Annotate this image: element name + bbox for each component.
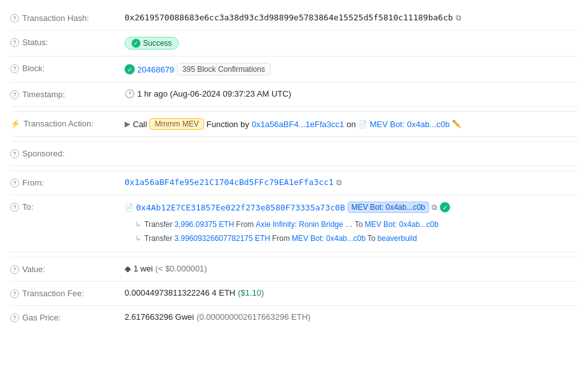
transfer1-source[interactable]: Axie Infinity: Ronin Bridge …: [256, 218, 353, 232]
status-value: Success: [125, 37, 578, 50]
to-copy-icon[interactable]: ⧉: [432, 203, 437, 212]
tx-hash-value: 0x2619570088683e6cc3a38d93c3d98899e57838…: [125, 13, 578, 22]
flash-icon: ⚡: [10, 119, 20, 128]
timestamp-label: ? Timestamp:: [10, 89, 125, 99]
tx-fee-row: ? Transaction Fee: 0.00044973811322246 4…: [10, 282, 578, 306]
to-mev-highlight: MEV Bot: 0x4ab...c0b: [348, 202, 429, 213]
tx-action-value: ▶ Call Mmmm MEV Function by 0x1a56aBF4..…: [125, 118, 578, 130]
to-doc-icon: 📄: [125, 203, 133, 212]
mev-bot-link[interactable]: MEV Bot: 0x4ab...c0b: [370, 120, 450, 129]
tx-hash-info-icon[interactable]: ?: [10, 14, 19, 23]
value-label: ? Value:: [10, 264, 125, 274]
transfer2-amount[interactable]: 3.99609326607782175 ETH: [174, 232, 270, 246]
timestamp-info-icon[interactable]: ?: [10, 90, 19, 99]
tx-hash-row: ? Transaction Hash: 0x2619570088683e6cc3…: [10, 6, 578, 31]
tx-fee-usd: ($1.10): [238, 288, 264, 298]
tx-fee-info-icon[interactable]: ?: [10, 289, 19, 298]
status-label: ? Status:: [10, 37, 125, 47]
transfer-1: Transfer 3,996.09375 ETH From Axie Infin…: [135, 218, 578, 232]
transfer1-amount[interactable]: 3,996.09375 ETH: [174, 218, 234, 232]
from-value: 0x1a56aBF4fe95e21C1704cBd5FFc79EA1eFfa3c…: [125, 177, 578, 187]
to-row: ? To: 📄 0x4Ab12E7CE31857Ee022f273e8580F7…: [10, 195, 578, 252]
block-confirmations-badge: 395 Block Confirmations: [177, 63, 271, 76]
mev-badge: Mmmm MEV: [149, 118, 203, 130]
tx-action-row: ⚡ Transaction Action: ▶ Call Mmmm MEV Fu…: [10, 112, 578, 137]
to-verified-icon: ✓: [440, 202, 450, 212]
gas-price-label: ? Gas Price:: [10, 312, 125, 322]
block-value: ✓ 20468679 395 Block Confirmations: [125, 63, 578, 76]
tx-fee-value: 0.00044973811322246 4 ETH ($1.10): [125, 288, 578, 298]
sponsored-info-icon[interactable]: ?: [10, 149, 19, 158]
to-info-icon[interactable]: ?: [10, 203, 19, 212]
to-label: ? To:: [10, 202, 125, 212]
doc-icon: 📄: [359, 120, 367, 128]
transfer2-source[interactable]: MEV Bot: 0x4ab...c0b: [292, 232, 366, 246]
clock-icon: 🕐: [125, 89, 135, 99]
tx-hash-copy-icon[interactable]: ⧉: [456, 13, 462, 22]
from-row: ? From: 0x1a56aBF4fe95e21C1704cBd5FFc79E…: [10, 171, 578, 195]
gas-price-value: 2.617663296 Gwei (0.000000002617663296 E…: [125, 312, 578, 322]
function-address-link[interactable]: 0x1a56aBF4...1eFfa3cc1: [252, 120, 344, 129]
block-info-icon[interactable]: ?: [10, 64, 19, 73]
tx-fee-label: ? Transaction Fee:: [10, 288, 125, 298]
divider-2: [10, 137, 578, 142]
transfer2-dest[interactable]: beaverbuild: [378, 232, 417, 246]
to-value: 📄 0x4Ab12E7CE31857Ee022f273e8580F73335a7…: [125, 202, 578, 245]
block-number-link[interactable]: 20468679: [137, 65, 174, 74]
gas-price-row: ? Gas Price: 2.617663296 Gwei (0.0000000…: [10, 306, 578, 330]
from-address-link[interactable]: 0x1a56aBF4fe95e21C1704cBd5FFc79EA1eFfa3c…: [125, 177, 334, 187]
transfer-2: Transfer 3.99609326607782175 ETH From ME…: [135, 232, 578, 246]
sponsored-row: ? Sponsored:: [10, 142, 578, 166]
value-row: ? Value: ◆ 1 wei (< $0.000001): [10, 257, 578, 282]
transaction-details: ? Transaction Hash: 0x2619570088683e6cc3…: [0, 0, 588, 336]
transfer1-label: Transfer: [144, 218, 172, 232]
timestamp-row: ? Timestamp: 🕐 1 hr ago (Aug-06-2024 09:…: [10, 83, 578, 107]
sponsored-label: ? Sponsored:: [10, 148, 125, 158]
divider-4: [10, 252, 578, 257]
divider-3: [10, 166, 578, 171]
status-row: ? Status: Success: [10, 31, 578, 57]
from-copy-icon[interactable]: ⧉: [336, 178, 342, 187]
block-check-icon: ✓: [125, 64, 135, 74]
edit-icon[interactable]: ✏️: [452, 120, 462, 128]
call-arrow: ▶: [125, 120, 130, 128]
from-label: ? From:: [10, 177, 125, 188]
from-info-icon[interactable]: ?: [10, 179, 19, 188]
transfer1-dest[interactable]: MEV Bot: 0x4ab...c0b: [365, 218, 439, 232]
tx-hash-label: ? Transaction Hash:: [10, 13, 125, 23]
gas-price-info-icon[interactable]: ?: [10, 313, 19, 322]
divider-1: [10, 107, 578, 112]
value-amount: ◆ 1 wei (< $0.000001): [125, 264, 578, 273]
gas-price-eth: (0.000000002617663296 ETH): [196, 312, 310, 322]
value-info-icon[interactable]: ?: [10, 265, 19, 274]
block-label: ? Block:: [10, 63, 125, 73]
to-address-link[interactable]: 0x4Ab12E7CE31857Ee022f273e8580F73335a73c…: [136, 203, 345, 212]
status-info-icon[interactable]: ?: [10, 38, 19, 47]
transfer-list: Transfer 3,996.09375 ETH From Axie Infin…: [125, 218, 578, 245]
transfer2-label: Transfer: [144, 232, 172, 246]
tx-action-label: ⚡ Transaction Action:: [10, 118, 125, 128]
timestamp-value: 🕐 1 hr ago (Aug-06-2024 09:37:23 AM UTC): [125, 89, 578, 99]
block-row: ? Block: ✓ 20468679 395 Block Confirmati…: [10, 57, 578, 83]
eth-icon: ◆: [125, 264, 131, 273]
value-usd: (< $0.000001): [155, 264, 207, 273]
status-badge: Success: [125, 37, 179, 50]
